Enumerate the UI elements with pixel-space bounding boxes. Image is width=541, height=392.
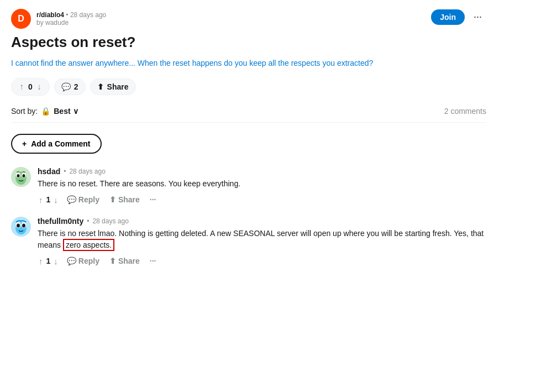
sort-row: Sort by: 🔒 Best ∨ 2 comments <box>11 107 486 123</box>
comment-author[interactable]: hsdad <box>38 167 60 176</box>
sort-dropdown[interactable]: Best ∨ <box>54 107 78 116</box>
sort-icon: 🔒 <box>41 107 50 116</box>
comment-body: There is no reset. There are seasons. Yo… <box>38 178 486 190</box>
chat-icon: 💬 <box>67 257 76 265</box>
avatar <box>11 217 31 237</box>
post-time-ago: 28 days ago <box>70 11 106 19</box>
comment-reply-button[interactable]: 💬 Reply <box>65 255 102 266</box>
avatar <box>11 167 31 187</box>
comment-body: There is no reset lmao. Nothing is getti… <box>38 228 486 251</box>
post-title: Aspects on reset? <box>11 33 486 52</box>
comment-reply-button[interactable]: 💬 Reply <box>65 194 102 205</box>
table-row: thefullm0nty • 28 days ago There is no r… <box>11 217 486 267</box>
share-label: Share <box>118 195 140 204</box>
subreddit-name[interactable]: r/diablo4 <box>36 11 64 19</box>
comment-time: 28 days ago <box>92 217 128 225</box>
comment-content: thefullm0nty • 28 days ago There is no r… <box>38 217 486 267</box>
sort-chevron: ∨ <box>73 107 78 116</box>
subreddit-icon[interactable]: D <box>11 9 31 29</box>
comments-count: 2 comments <box>444 107 486 116</box>
post-author: by wadude <box>36 19 106 27</box>
add-comment-label: Add a Comment <box>31 139 90 148</box>
share-icon: ⬆ <box>109 257 116 265</box>
svg-point-13 <box>22 223 25 227</box>
svg-point-4 <box>17 174 20 177</box>
comment-downvote-button[interactable]: ↓ <box>52 194 59 206</box>
comment-count: 2 <box>74 82 78 91</box>
comment-more-button[interactable]: ··· <box>148 194 159 205</box>
comment-upvote-button[interactable]: ↑ <box>38 194 44 206</box>
share-icon: ⬆ <box>109 195 116 204</box>
comment-meta: thefullm0nty • 28 days ago <box>38 217 486 226</box>
vote-pill: ↑ 0 ↓ <box>11 78 50 96</box>
more-options-button[interactable]: ··· <box>469 9 486 25</box>
svg-point-12 <box>17 223 20 227</box>
svg-point-5 <box>23 174 25 177</box>
post-header-right: Join ··· <box>431 9 486 25</box>
table-row: hsdad • 28 days ago There is no reset. T… <box>11 167 486 206</box>
upvote-button[interactable]: ↑ <box>17 81 26 93</box>
comment-meta: hsdad • 28 days ago <box>38 167 486 176</box>
share-label: Share <box>118 257 140 265</box>
post-body: I cannot find the answer anywhere... Whe… <box>11 58 486 69</box>
sort-label: Sort by: <box>11 107 38 116</box>
comments-button[interactable]: 💬 2 <box>54 79 86 95</box>
comment-vote: ↑ 1 ↓ <box>38 255 59 267</box>
more-icon: ··· <box>150 257 156 265</box>
comment-downvote-button[interactable]: ↓ <box>52 255 59 267</box>
vote-count: 0 <box>28 82 33 91</box>
plus-icon: + <box>22 139 27 148</box>
comment-share-button[interactable]: ⬆ Share <box>107 255 142 266</box>
comment-actions: ↑ 1 ↓ 💬 Reply ⬆ Share ··· <box>38 194 486 206</box>
more-icon: ··· <box>150 195 156 204</box>
post-time: • <box>66 11 70 19</box>
comment-section: hsdad • 28 days ago There is no reset. T… <box>11 167 486 267</box>
reply-label: Reply <box>78 257 99 265</box>
comment-icon: 💬 <box>61 82 71 91</box>
comment-content: hsdad • 28 days ago There is no reset. T… <box>38 167 486 206</box>
comment-upvote-button[interactable]: ↑ <box>38 255 44 267</box>
comment-highlighted-text: zero aspects. <box>63 239 114 251</box>
share-button[interactable]: ⬆ Share <box>90 79 136 95</box>
share-label: Share <box>107 82 129 91</box>
downvote-button[interactable]: ↓ <box>35 81 44 93</box>
sort-current: Best <box>54 107 70 116</box>
post-header-left: D r/diablo4 • 28 days ago by wadude <box>11 9 106 29</box>
post-meta: r/diablo4 • 28 days ago by wadude <box>36 11 106 27</box>
post-actions: ↑ 0 ↓ 💬 2 ⬆ Share <box>11 78 486 96</box>
reply-label: Reply <box>78 195 99 204</box>
share-icon: ⬆ <box>97 82 104 91</box>
comment-time: 28 days ago <box>69 168 105 175</box>
comment-share-button[interactable]: ⬆ Share <box>107 194 142 205</box>
comment-vote-count: 1 <box>46 195 51 204</box>
post-meta-top: r/diablo4 • 28 days ago <box>36 11 106 19</box>
comment-actions: ↑ 1 ↓ 💬 Reply ⬆ Share ··· <box>38 255 486 267</box>
comment-vote-count: 1 <box>46 257 51 265</box>
sort-area: Sort by: 🔒 Best ∨ <box>11 107 78 116</box>
add-comment-button[interactable]: + Add a Comment <box>11 134 102 154</box>
chat-icon: 💬 <box>67 195 76 204</box>
post-header: D r/diablo4 • 28 days ago by wadude Join… <box>11 9 486 29</box>
join-button[interactable]: Join <box>431 9 465 25</box>
comment-author[interactable]: thefullm0nty <box>38 217 83 226</box>
comment-vote: ↑ 1 ↓ <box>38 194 59 206</box>
comment-more-button[interactable]: ··· <box>148 255 159 266</box>
